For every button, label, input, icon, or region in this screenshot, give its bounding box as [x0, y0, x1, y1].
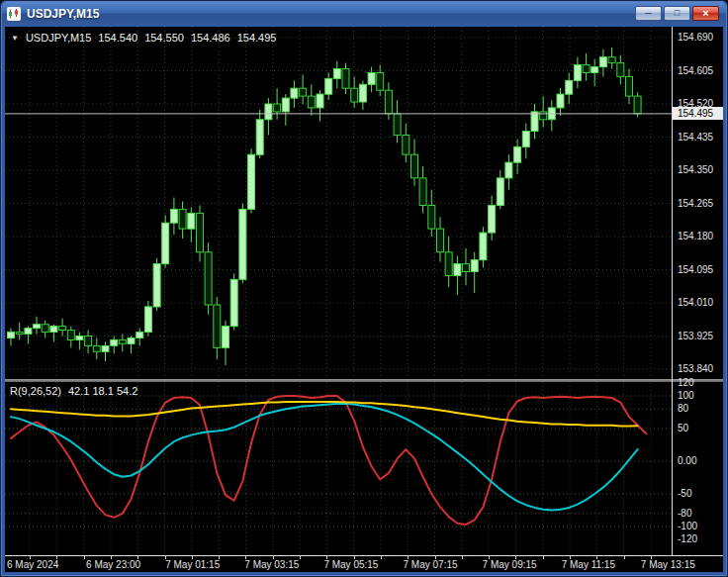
price-tick: 154.350 — [678, 164, 713, 175]
indicator-header: R(9,26,52) 42.1 18.1 54.2 — [10, 385, 137, 397]
chart-icon[interactable] — [7, 7, 21, 21]
price-tick: 154.605 — [678, 65, 713, 76]
indicator-tick: 100 — [678, 390, 694, 401]
time-tick-mark — [381, 556, 382, 559]
time-tick-mark — [543, 556, 544, 559]
indicator-values: 42.1 18.1 54.2 — [68, 385, 137, 397]
time-label: 7 May 07:15 — [404, 559, 458, 570]
window-title: USDJPY,M15 — [27, 7, 99, 21]
price-chart[interactable] — [5, 27, 672, 380]
time-tick-mark — [462, 556, 463, 559]
time-label: 7 May 11:15 — [562, 559, 615, 570]
symbol-label: USDJPY,M15 — [26, 32, 91, 44]
indicator-tick: -100 — [678, 521, 697, 531]
price-tick: 154.095 — [678, 264, 713, 275]
price-tick: 154.435 — [678, 132, 713, 143]
quick-trade-arrow-icon[interactable]: ▼ — [11, 34, 19, 43]
indicator-name: R(9,26,52) — [10, 385, 61, 397]
time-label: 7 May 01:15 — [165, 559, 220, 570]
window-titlebar[interactable]: USDJPY,M15 ─ □ × — [2, 2, 726, 25]
low-value: 154.486 — [191, 32, 230, 44]
high-value: 154.550 — [144, 32, 184, 44]
open-value: 154.540 — [98, 32, 137, 44]
indicator-lines — [11, 396, 646, 525]
time-label: 6 May 23:00 — [86, 559, 140, 570]
chart-window: USDJPY,M15 ─ □ × ▼ USDJPY,M15 154.540 15… — [0, 0, 728, 577]
indicator-chart[interactable] — [5, 382, 672, 555]
indicator-tick: -50 — [678, 488, 691, 499]
time-axis[interactable]: 6 May 20246 May 23:007 May 01:157 May 03… — [5, 556, 723, 572]
price-tick: 153.925 — [678, 331, 713, 341]
close-button[interactable]: × — [692, 6, 719, 21]
price-tick: 154.265 — [678, 198, 713, 209]
time-label: 7 May 05:15 — [323, 559, 378, 570]
price-pane-header: ▼ USDJPY,M15 154.540 154.550 154.486 154… — [11, 32, 276, 44]
chart-client-area: ▼ USDJPY,M15 154.540 154.550 154.486 154… — [5, 27, 723, 572]
price-tick: 153.840 — [678, 363, 713, 374]
time-label: 7 May 09:15 — [483, 559, 537, 570]
indicator-tick: -120 — [678, 533, 697, 544]
close-value: 154.495 — [237, 32, 277, 44]
time-label: 6 May 2024 — [7, 559, 58, 570]
time-tick-mark — [84, 556, 85, 559]
indicator-tick: 80 — [678, 403, 688, 414]
price-tick: 154.010 — [678, 297, 713, 308]
restore-button[interactable]: □ — [664, 6, 690, 21]
grid — [5, 27, 672, 380]
time-tick-mark — [624, 556, 625, 559]
minimize-button[interactable]: ─ — [635, 6, 662, 21]
price-tick: 154.180 — [678, 231, 713, 241]
indicator-tick: -80 — [678, 508, 691, 519]
time-label: 7 May 03:15 — [244, 559, 299, 570]
indicator-tick: 120 — [678, 377, 694, 388]
price-axis[interactable]: 154.495 154.690154.605154.520154.435154.… — [673, 27, 723, 555]
current-price-tag: 154.495 — [673, 107, 723, 120]
candles — [8, 48, 642, 365]
price-tick: 154.690 — [678, 32, 713, 43]
time-tick-mark — [300, 556, 301, 559]
indicator-tick: 50 — [678, 423, 688, 433]
window-controls: ─ □ × — [635, 6, 721, 21]
time-label: 7 May 13:15 — [641, 559, 695, 570]
indicator-tick: 0.00 — [678, 455, 696, 466]
